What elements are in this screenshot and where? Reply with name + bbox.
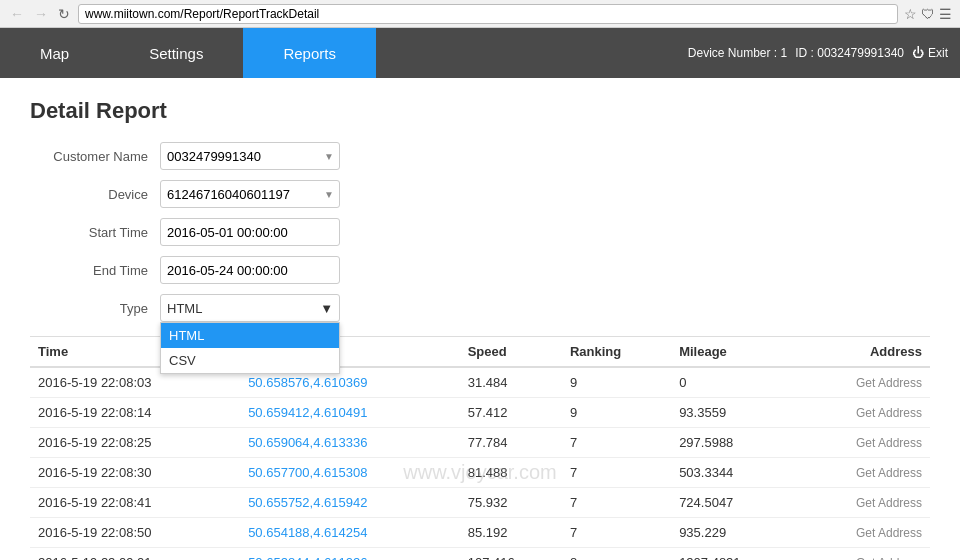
- cell-time: 2016-5-19 22:08:41: [30, 488, 240, 518]
- id-label: ID : 0032479991340: [795, 46, 904, 60]
- forward-button[interactable]: →: [32, 6, 50, 22]
- nav-reports[interactable]: Reports: [243, 28, 376, 78]
- table-row: 2016-5-19 22:08:5050.654188,4.61425485.1…: [30, 518, 930, 548]
- get-address-link[interactable]: Get Address: [856, 556, 922, 560]
- cell-llc: 50.657700,4.615308: [240, 458, 460, 488]
- cell-ranking: 9: [562, 367, 671, 398]
- cell-address[interactable]: Get Address: [797, 367, 930, 398]
- cell-time: 2016-5-19 22:08:50: [30, 518, 240, 548]
- nav-right: Device Number : 1 ID : 0032479991340 ⏻ E…: [676, 28, 960, 78]
- exit-button[interactable]: ⏻ Exit: [912, 46, 948, 60]
- cell-time: 2016-5-19 22:09:01: [30, 548, 240, 561]
- table-row: 2016-5-19 22:08:4150.655752,4.61594275.9…: [30, 488, 930, 518]
- menu-icon: ☰: [939, 6, 952, 22]
- cell-ranking: 9: [562, 398, 671, 428]
- cell-address[interactable]: Get Address: [797, 488, 930, 518]
- device-select-wrapper: 61246716040601197 ▼: [160, 180, 340, 208]
- device-number-label: Device Number : 1: [688, 46, 787, 60]
- type-value: HTML: [167, 301, 202, 316]
- back-button[interactable]: ←: [8, 6, 26, 22]
- refresh-button[interactable]: ↻: [56, 6, 72, 22]
- exit-icon: ⏻: [912, 46, 924, 60]
- col-mileage: Mileage: [671, 337, 797, 368]
- customer-name-select[interactable]: 0032479991340: [160, 142, 340, 170]
- cell-mileage: 1207.4821: [671, 548, 797, 561]
- type-option-html[interactable]: HTML: [161, 323, 339, 348]
- col-address: Address: [797, 337, 930, 368]
- table-row: 2016-5-19 22:09:0150.652844,4.611026107.…: [30, 548, 930, 561]
- cell-address[interactable]: Get Address: [797, 458, 930, 488]
- cell-address[interactable]: Get Address: [797, 548, 930, 561]
- col-ranking: Ranking: [562, 337, 671, 368]
- cell-mileage: 297.5988: [671, 428, 797, 458]
- table-row: 2016-5-19 22:08:2550.659064,4.61333677.7…: [30, 428, 930, 458]
- llc-link[interactable]: 50.655752,4.615942: [248, 495, 367, 510]
- customer-name-label: Customer Name: [30, 149, 160, 164]
- cell-ranking: 7: [562, 488, 671, 518]
- get-address-link[interactable]: Get Address: [856, 406, 922, 420]
- get-address-link[interactable]: Get Address: [856, 376, 922, 390]
- llc-link[interactable]: 50.657700,4.615308: [248, 465, 367, 480]
- cell-address[interactable]: Get Address: [797, 518, 930, 548]
- cell-ranking: 7: [562, 518, 671, 548]
- get-address-link[interactable]: Get Address: [856, 436, 922, 450]
- customer-name-select-wrapper: 0032479991340 ▼: [160, 142, 340, 170]
- end-time-row: End Time: [30, 256, 930, 284]
- cell-speed: 75.932: [460, 488, 562, 518]
- cell-speed: 85.192: [460, 518, 562, 548]
- shield-icon: 🛡: [921, 6, 935, 22]
- browser-icons: ☆ 🛡 ☰: [904, 6, 952, 22]
- cell-speed: 31.484: [460, 367, 562, 398]
- llc-link[interactable]: 50.652844,4.611026: [248, 555, 367, 560]
- browser-bar: ← → ↻ ☆ 🛡 ☰: [0, 0, 960, 28]
- table-row: 2016-5-19 22:08:1450.659412,4.61049157.4…: [30, 398, 930, 428]
- col-speed: Speed: [460, 337, 562, 368]
- llc-link[interactable]: 50.659064,4.613336: [248, 435, 367, 450]
- cell-speed: 81.488: [460, 458, 562, 488]
- llc-link[interactable]: 50.659412,4.610491: [248, 405, 367, 420]
- type-arrow: ▼: [320, 301, 333, 316]
- device-select[interactable]: 61246716040601197: [160, 180, 340, 208]
- cell-llc: 50.652844,4.611026: [240, 548, 460, 561]
- type-option-csv[interactable]: CSV: [161, 348, 339, 373]
- cell-speed: 77.784: [460, 428, 562, 458]
- cell-ranking: 7: [562, 458, 671, 488]
- cell-mileage: 93.3559: [671, 398, 797, 428]
- llc-link[interactable]: 50.654188,4.614254: [248, 525, 367, 540]
- cell-llc: 50.659064,4.613336: [240, 428, 460, 458]
- cell-speed: 57.412: [460, 398, 562, 428]
- cell-address[interactable]: Get Address: [797, 398, 930, 428]
- llc-link[interactable]: 50.658576,4.610369: [248, 375, 367, 390]
- cell-llc: 50.659412,4.610491: [240, 398, 460, 428]
- cell-llc: 50.654188,4.614254: [240, 518, 460, 548]
- start-time-label: Start Time: [30, 225, 160, 240]
- type-label: Type: [30, 301, 160, 316]
- end-time-label: End Time: [30, 263, 160, 278]
- cell-speed: 107.416: [460, 548, 562, 561]
- get-address-link[interactable]: Get Address: [856, 496, 922, 510]
- form-section: Customer Name 0032479991340 ▼ Device 612…: [30, 142, 930, 322]
- cell-ranking: 7: [562, 428, 671, 458]
- get-address-link[interactable]: Get Address: [856, 526, 922, 540]
- start-time-input[interactable]: [160, 218, 340, 246]
- cell-mileage: 0: [671, 367, 797, 398]
- start-time-row: Start Time: [30, 218, 930, 246]
- nav-map[interactable]: Map: [0, 28, 109, 78]
- page-title: Detail Report: [30, 98, 930, 124]
- cell-time: 2016-5-19 22:08:25: [30, 428, 240, 458]
- star-icon: ☆: [904, 6, 917, 22]
- table-row: 2016-5-19 22:08:3050.657700,4.61530881.4…: [30, 458, 930, 488]
- get-address-link[interactable]: Get Address: [856, 466, 922, 480]
- cell-address[interactable]: Get Address: [797, 428, 930, 458]
- type-dropdown-menu: HTML CSV: [160, 322, 340, 374]
- cell-llc: 50.655752,4.615942: [240, 488, 460, 518]
- cell-time: 2016-5-19 22:08:14: [30, 398, 240, 428]
- main-content: Detail Report Customer Name 003247999134…: [0, 78, 960, 560]
- address-bar[interactable]: [78, 4, 898, 24]
- cell-mileage: 724.5047: [671, 488, 797, 518]
- end-time-input[interactable]: [160, 256, 340, 284]
- device-row: Device 61246716040601197 ▼: [30, 180, 930, 208]
- cell-mileage: 503.3344: [671, 458, 797, 488]
- nav-settings[interactable]: Settings: [109, 28, 243, 78]
- type-dropdown-trigger[interactable]: HTML ▼: [160, 294, 340, 322]
